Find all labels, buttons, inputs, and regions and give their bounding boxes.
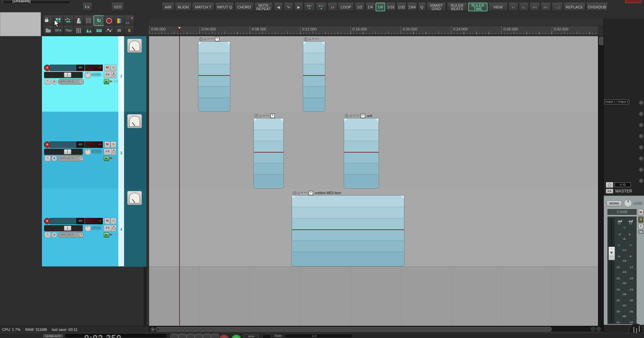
track-envelope-button[interactable]: ^ [45,232,51,238]
track-panel-2[interactable]: 2aI/O-infMScenterFX^øMIDI: All: A▼▶INOUT [42,36,146,112]
transport-rewind-button[interactable] [170,334,178,338]
transport-time-display[interactable]: 0:02.350 [65,333,167,338]
item-envelope-icon[interactable]: ^ [309,191,313,195]
item-dial-icon[interactable] [293,191,296,195]
toolbar-button-note-repeat[interactable]: NOTE REPEAT [254,3,273,11]
track-name-field[interactable] [50,141,77,148]
chevron-down-icon[interactable]: ▼ [79,156,83,160]
toolbar-button-1-2[interactable]: 1/2 [355,3,365,11]
track-volume-fader[interactable] [44,149,83,155]
next-item-button[interactable]: ▶ [294,3,303,11]
zoom-out-button[interactable]: − [591,327,595,331]
item-dial-icon[interactable] [304,37,308,41]
track-pan-knob[interactable] [85,225,91,232]
horizontal-scrollbar-thumb[interactable] [156,327,552,332]
bpm-button[interactable]: BPM [244,334,259,338]
prev-item-button[interactable]: ◀ [274,3,283,11]
master-pan-knob[interactable] [624,199,632,207]
record-mode-button[interactable] [104,16,114,26]
midi-item-header[interactable]: MFX [304,37,319,41]
routing-envelope-button[interactable] [63,16,74,26]
item-envelope-icon[interactable]: ^ [215,37,219,41]
output-route-display[interactable]: Output 1 / Output 2 [604,99,629,104]
monitor-play-icon[interactable]: ▶ [104,79,109,84]
track-mute-button[interactable]: M [104,218,110,224]
toolbar-button-1-8[interactable]: 1/8 [376,3,385,11]
track-mute-button[interactable]: M [104,65,110,71]
track-fx-power-button[interactable] [111,72,116,78]
toolbar-button-replace[interactable]: REPLACE [563,3,586,11]
item-fx-button[interactable]: FX [315,37,319,41]
item-mute-button[interactable]: M [207,37,210,41]
loop-record-button[interactable]: ↻ [94,16,104,26]
fx-bypass-button[interactable]: ×FX [124,16,135,26]
monitor-play-icon[interactable]: ▶ [104,232,109,238]
dock-knob-icon[interactable] [639,134,644,139]
solo-toolbar-button[interactable]: S [124,26,135,35]
midi-item[interactable] [303,41,325,112]
item-lock-icon[interactable] [309,39,311,40]
scroll-left-icon[interactable]: ◀ [150,327,155,332]
chevron-down-icon[interactable]: ▼ [79,80,83,83]
track-pan-knob[interactable] [85,72,91,78]
toolbar-button-ruler-time[interactable]: RULER TIME [468,3,487,11]
track-solo-button[interactable]: S [111,218,116,224]
transport-pause-button[interactable] [195,334,203,338]
item-lock-icon[interactable] [204,39,206,40]
item-fx-button[interactable]: FX [211,37,214,41]
monitor-play-icon[interactable]: ▶ [104,156,109,161]
midi-item-header[interactable]: MFX^ [199,37,219,41]
item-lock-icon[interactable] [350,115,352,117]
toolbar-button-chord[interactable]: CHORD [235,3,254,11]
master-solo-button[interactable]: S [638,217,643,223]
squiggle-input-button[interactable]: ∿ [284,3,293,11]
dock-knob-icon[interactable] [639,167,644,172]
item-mute-button[interactable]: M [353,114,355,117]
toolbar-button-1-64[interactable]: 1/64 [407,3,417,11]
track-fx-button[interactable]: FX [104,72,112,78]
track-fx-power-button[interactable] [111,225,116,231]
toolbar-button-q[interactable]: Q [418,3,426,11]
input-button[interactable]: IN [114,26,124,35]
track-fx-button[interactable]: FX [104,149,112,155]
item-dial-icon[interactable] [199,37,203,41]
toolbar-button-smart-grid[interactable]: SMART GRID [427,3,446,11]
item-fx-button[interactable]: FX [266,114,269,117]
note-down-button[interactable]: ♪↓ [519,3,529,11]
midi-input-selector[interactable]: MIDI: All: A▼ [58,232,84,238]
transport-forward-button[interactable] [211,334,219,338]
midi-item-header[interactable]: MFX^unti [345,114,372,118]
toolbar-button-match-t[interactable]: MATCH T [192,3,214,11]
fader-handle[interactable] [64,226,71,231]
item-lock-icon[interactable] [259,115,262,117]
monitor-controls[interactable]: ▶INOUT [104,232,117,237]
track-mute-button[interactable]: M [104,141,110,148]
track-envelope-button[interactable]: ^ [45,156,51,161]
toolbar-button-align[interactable]: ALIGN [175,3,192,11]
master-fader-slot[interactable] [609,218,615,323]
transport-next-button[interactable] [203,334,211,338]
track-name-field[interactable] [50,65,77,71]
track-panel-3[interactable]: 3aI/O-infMScenterFX^øMIDI: All: A▼▶INOUT [42,112,146,189]
item-dial-icon[interactable] [345,114,349,118]
metronome-button[interactable] [73,16,84,26]
project-tab[interactable]: [Unsaved] [3,0,70,3]
note-pair-button[interactable]: ♪♪ [328,3,337,11]
midi-item-header[interactable]: MFX^ [255,114,275,118]
folder-button[interactable] [43,26,53,35]
midi-input-selector[interactable]: MIDI: All: A▼ [58,79,84,85]
track-solo-button[interactable]: S [111,65,116,71]
master-fader-handle[interactable] [609,247,615,260]
fader-handle[interactable] [64,72,71,77]
toolbar-button-overdub[interactable]: OVERDUB [586,3,608,11]
zoom-in-button[interactable]: + [596,327,601,331]
timeline-ruler[interactable]: 0:00.0000:04.0000:08.0000:12.0000:16.000… [149,26,598,35]
vertical-scrollbar[interactable] [598,36,603,326]
toolbar-button-1-4[interactable]: 1/4 [365,3,375,11]
midi-item[interactable] [198,41,230,112]
midi-item[interactable] [292,195,404,266]
midi-item[interactable] [254,118,284,188]
item-lock-icon[interactable] [297,193,300,194]
item-color-button[interactable] [114,16,124,26]
item-fx-button[interactable]: FX [356,114,360,117]
